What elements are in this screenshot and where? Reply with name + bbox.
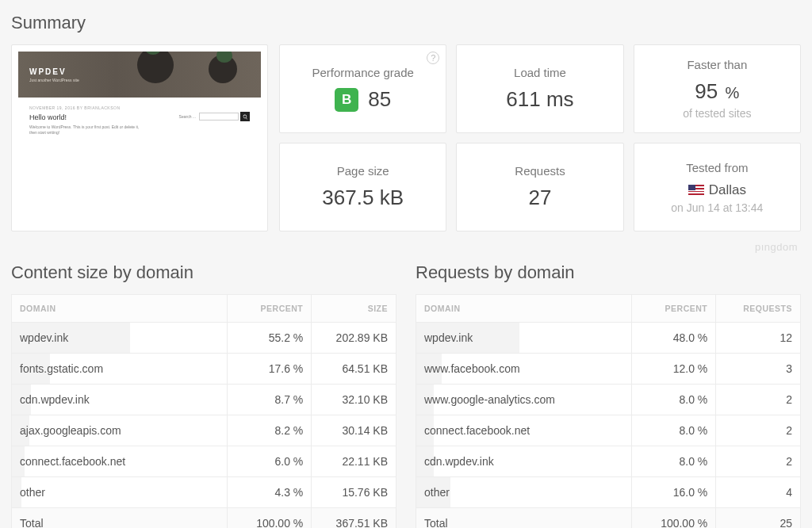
domain-cell: connect.facebook.net <box>12 446 228 477</box>
col-percent: PERCENT <box>227 295 312 323</box>
thumbnail-hero-title: WPDEV <box>29 67 79 76</box>
percent-cell: 8.0 % <box>631 446 716 477</box>
table-total-row: Total100.00 %25 <box>416 508 801 529</box>
value-cell: 2 <box>716 385 801 415</box>
summary-row: WPDEV Just another WordPress site NOVEMB… <box>11 44 801 231</box>
value-cell: 12 <box>716 323 801 354</box>
requests-block: Requests by domain DOMAIN PERCENT REQUES… <box>416 258 801 528</box>
domain-cell: other <box>416 477 632 508</box>
performance-grade-card: ? Performance grade B 85 <box>279 44 446 133</box>
table-row: connect.facebook.net8.0 %2 <box>416 415 801 446</box>
load-time-value: 611 ms <box>506 87 573 112</box>
grade-score: 85 <box>368 87 391 112</box>
table-row: cdn.wpdev.ink8.0 %2 <box>416 446 801 477</box>
table-total-row: Total100.00 %367.51 KB <box>12 508 396 529</box>
total-value-cell: 367.51 KB <box>312 508 396 529</box>
requests-label: Requests <box>515 164 565 178</box>
requests-value: 27 <box>529 186 552 210</box>
grade-badge: B <box>335 88 358 112</box>
thumbnail-post-meta: NOVEMBER 19, 2016 BY BRIANLACKSON <box>29 105 250 110</box>
requests-by-domain-title: Requests by domain <box>416 262 801 283</box>
total-percent-cell: 100.00 % <box>227 508 312 529</box>
col-requests: REQUESTS <box>716 295 801 323</box>
percent-cell: 8.2 % <box>227 415 312 446</box>
value-cell: 4 <box>716 477 801 508</box>
help-icon[interactable]: ? <box>427 52 439 64</box>
us-flag-icon <box>688 185 704 195</box>
total-percent-cell: 100.00 % <box>631 508 716 529</box>
thumbnail-hero-sub: Just another WordPress site <box>29 78 79 82</box>
percent-cell: 17.6 % <box>227 354 312 385</box>
faster-than-sub: of tested sites <box>683 107 751 120</box>
col-percent: PERCENT <box>631 295 716 323</box>
value-cell: 3 <box>716 354 801 385</box>
requests-table: DOMAIN PERCENT REQUESTS wpdev.ink48.0 %1… <box>416 294 801 528</box>
percent-cell: 8.0 % <box>631 415 716 446</box>
percent-cell: 48.0 % <box>631 323 716 354</box>
table-row: www.facebook.com12.0 %3 <box>416 354 801 385</box>
domain-cell: fonts.gstatic.com <box>12 354 228 385</box>
page-thumbnail-card: WPDEV Just another WordPress site NOVEMB… <box>11 44 268 231</box>
table-row: www.google-analytics.com8.0 %2 <box>416 385 801 415</box>
domain-cell: cdn.wpdev.ink <box>12 385 228 415</box>
metrics-grid: ? Performance grade B 85 Load time 611 m… <box>279 44 801 231</box>
percent-cell: 12.0 % <box>631 354 716 385</box>
domain-cell: connect.facebook.net <box>416 415 632 446</box>
percent-cell: 8.0 % <box>631 385 716 415</box>
percent-cell: 8.7 % <box>227 385 312 415</box>
table-row: cdn.wpdev.ink8.7 %32.10 KB <box>12 385 396 415</box>
table-row: other4.3 %15.76 KB <box>12 477 396 508</box>
thumbnail-search: Search ... <box>179 112 250 121</box>
thumbnail-post-text: Welcome to WordPress. This is your first… <box>29 124 140 136</box>
table-row: connect.facebook.net6.0 %22.11 KB <box>12 446 396 477</box>
tested-from-time: on Jun 14 at 13:44 <box>671 201 763 214</box>
col-size: SIZE <box>312 295 396 323</box>
total-value-cell: 25 <box>716 508 801 529</box>
percent-cell: 6.0 % <box>227 446 312 477</box>
faster-than-value: 95 <box>695 79 718 103</box>
summary-title: Summary <box>11 13 801 33</box>
tables-row: Content size by domain DOMAIN PERCENT SI… <box>11 258 801 528</box>
content-size-table: DOMAIN PERCENT SIZE wpdev.ink55.2 %202.8… <box>11 294 396 528</box>
domain-cell: wpdev.ink <box>416 323 632 354</box>
search-icon <box>240 112 250 121</box>
tested-from-label: Tested from <box>686 161 748 174</box>
tested-from-city: Dallas <box>709 182 746 198</box>
requests-card: Requests 27 <box>456 143 623 231</box>
plant-decoration-icon <box>209 55 237 83</box>
thumbnail-hero: WPDEV Just another WordPress site <box>18 52 261 98</box>
domain-cell: ajax.googleapis.com <box>12 415 228 446</box>
domain-cell: cdn.wpdev.ink <box>416 446 632 477</box>
page-size-label: Page size <box>337 164 389 178</box>
thumbnail-body: NOVEMBER 19, 2016 BY BRIANLACKSON Hello … <box>18 98 261 224</box>
table-row: fonts.gstatic.com17.6 %64.51 KB <box>12 354 396 385</box>
value-cell: 2 <box>716 415 801 446</box>
table-row: other16.0 %4 <box>416 477 801 508</box>
value-cell: 30.14 KB <box>312 415 396 446</box>
table-row: ajax.googleapis.com8.2 %30.14 KB <box>12 415 396 446</box>
total-domain-cell: Total <box>12 508 228 529</box>
domain-cell: other <box>12 477 228 508</box>
plant-decoration-icon <box>137 52 174 83</box>
faster-than-card: Faster than 95 % of tested sites <box>634 44 801 133</box>
value-cell: 22.11 KB <box>312 446 396 477</box>
load-time-card: Load time 611 ms <box>456 44 623 133</box>
percent-cell: 16.0 % <box>631 477 716 508</box>
total-domain-cell: Total <box>416 508 632 529</box>
page-size-card: Page size 367.5 kB <box>279 143 446 231</box>
content-size-block: Content size by domain DOMAIN PERCENT SI… <box>11 258 396 528</box>
performance-grade-label: Performance grade <box>312 66 413 79</box>
domain-cell: wpdev.ink <box>12 323 228 354</box>
page-size-value: 367.5 kB <box>322 186 404 210</box>
pingdom-watermark: pıngdom <box>11 241 798 253</box>
percent-cell: 4.3 % <box>227 477 312 508</box>
content-size-title: Content size by domain <box>11 262 396 283</box>
value-cell: 15.76 KB <box>312 477 396 508</box>
value-cell: 2 <box>716 446 801 477</box>
thumbnail-search-label: Search ... <box>179 114 196 119</box>
value-cell: 202.89 KB <box>312 323 396 354</box>
value-cell: 32.10 KB <box>312 385 396 415</box>
percent-cell: 55.2 % <box>227 323 312 354</box>
table-row: wpdev.ink55.2 %202.89 KB <box>12 323 396 354</box>
load-time-label: Load time <box>514 66 566 79</box>
